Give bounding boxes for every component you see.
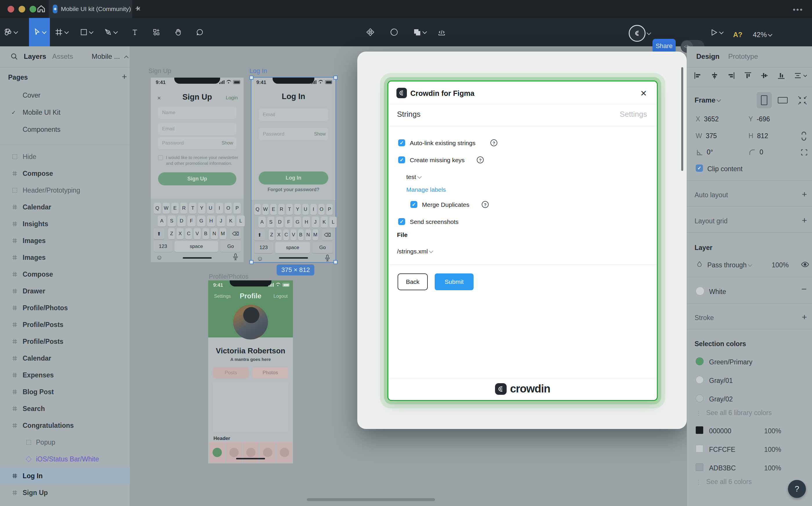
tab-strings[interactable]: Strings bbox=[397, 110, 420, 119]
layer-item-compose[interactable]: Compose bbox=[0, 266, 130, 283]
layer-item-ios-status-bar-white[interactable]: iOS/Status Bar/White bbox=[0, 451, 130, 468]
y-position-field[interactable]: Y -696 bbox=[748, 115, 770, 123]
distribute-menu-icon[interactable] bbox=[794, 71, 807, 80]
tab-design[interactable]: Design bbox=[696, 53, 720, 61]
width-field[interactable]: W 375 bbox=[696, 132, 717, 140]
hex-color-adb3bc[interactable]: ADB3BC100% bbox=[687, 459, 812, 477]
merge-duplicates-checkbox[interactable]: ✓ bbox=[410, 201, 417, 208]
add-stroke-button[interactable]: + bbox=[802, 312, 807, 322]
layer-item-profile-photos[interactable]: Profile/Photos bbox=[0, 300, 130, 316]
back-button[interactable]: Back bbox=[398, 273, 428, 290]
layer-item-blog-post[interactable]: Blog Post bbox=[0, 384, 130, 400]
align-v-center-icon[interactable] bbox=[760, 71, 769, 80]
clip-content-checkbox[interactable]: ✓ bbox=[696, 165, 703, 172]
frame-label-sign-up[interactable]: Sign Up bbox=[148, 67, 171, 75]
resize-to-fit-icon[interactable]: ↘↙↗↖ bbox=[797, 94, 808, 106]
tab-file-name[interactable]: Mobile ... bbox=[92, 53, 120, 61]
zoom-menu[interactable]: 42% bbox=[753, 31, 772, 39]
send-screenshots-checkbox[interactable]: ✓ bbox=[398, 218, 405, 225]
profile-photos-frame[interactable]: 9:41 Settings Profile Logout Victoriia R… bbox=[208, 280, 293, 463]
document-tab[interactable]: ✦ Mobile UI kit (Community) ✕ bbox=[49, 0, 132, 18]
figma-menu-button[interactable] bbox=[2, 18, 19, 46]
layer-item-congratulations[interactable]: Congratulations bbox=[0, 417, 130, 434]
hex-color-fcfcfe[interactable]: FCFCFE100% bbox=[687, 440, 812, 459]
add-page-button[interactable]: + bbox=[122, 72, 127, 82]
comment-tool-button[interactable] bbox=[191, 18, 208, 46]
present-button[interactable] bbox=[710, 28, 723, 36]
tab-settings[interactable]: Settings bbox=[620, 110, 647, 119]
frame-label-log-in[interactable]: Log In bbox=[250, 67, 267, 75]
corner-radius-field[interactable]: 0 bbox=[748, 148, 763, 156]
resources-tool-button[interactable] bbox=[148, 18, 165, 46]
constrain-proportions-icon[interactable] bbox=[800, 130, 808, 142]
page-item-mobile-ui-kit[interactable]: ✓Mobile UI Kit bbox=[0, 104, 130, 121]
fill-name[interactable]: White bbox=[709, 288, 726, 296]
fill-swatch[interactable] bbox=[696, 287, 704, 296]
selection-handle[interactable] bbox=[250, 76, 254, 80]
tab-assets[interactable]: Assets bbox=[52, 53, 73, 61]
align-top-icon[interactable] bbox=[744, 71, 752, 80]
account-menu[interactable] bbox=[629, 25, 651, 42]
remove-fill-button[interactable]: − bbox=[801, 284, 807, 294]
home-icon[interactable] bbox=[36, 4, 46, 14]
blend-mode-dropdown[interactable]: Pass through bbox=[707, 261, 752, 269]
autolink-checkbox[interactable]: ✓ bbox=[398, 139, 405, 146]
see-all-colors[interactable]: ⋮ See all 6 colors bbox=[696, 478, 752, 486]
align-bottom-icon[interactable] bbox=[777, 71, 786, 80]
boolean-ops-icon[interactable] bbox=[407, 18, 432, 46]
portrait-orientation-button[interactable] bbox=[757, 92, 772, 108]
opacity-field[interactable]: 100% bbox=[772, 261, 789, 269]
add-layout-grid-button[interactable]: + bbox=[802, 216, 807, 225]
layer-item-compose[interactable]: Compose bbox=[0, 165, 130, 182]
layer-item-expenses[interactable]: Expenses bbox=[0, 367, 130, 384]
layer-item-log-in[interactable]: Log In bbox=[0, 468, 130, 484]
label-dropdown[interactable]: test bbox=[406, 173, 421, 180]
create-keys-help-icon[interactable]: ? bbox=[477, 156, 484, 163]
hex-color-000000[interactable]: 000000100% bbox=[687, 422, 812, 440]
new-tab-button[interactable]: + bbox=[135, 3, 140, 13]
layer-item-profile-posts[interactable]: Profile/Posts bbox=[0, 333, 130, 350]
autolink-help-icon[interactable]: ? bbox=[490, 139, 497, 146]
layer-item-hide[interactable]: Hide bbox=[0, 148, 130, 165]
layer-item-calendar[interactable]: Calendar bbox=[0, 199, 130, 216]
page-item-components[interactable]: Components bbox=[0, 121, 130, 138]
visibility-eye-icon[interactable] bbox=[801, 260, 809, 269]
frame-label-profile-photos[interactable]: Profile/Photos bbox=[209, 273, 249, 280]
library-color-gray-02[interactable]: Gray/02 bbox=[687, 390, 812, 408]
dev-handoff-icon[interactable] bbox=[433, 18, 450, 46]
layer-item-header-prototyping[interactable]: Header/Prototyping bbox=[0, 182, 130, 199]
selection-handle[interactable] bbox=[334, 260, 338, 264]
layer-item-drawer[interactable]: Drawer bbox=[0, 283, 130, 300]
create-keys-checkbox[interactable]: ✓ bbox=[398, 156, 405, 163]
log-in-frame[interactable]: 9:41 Log In Email Password Show Log In F… bbox=[252, 78, 336, 262]
align-right-icon[interactable] bbox=[727, 71, 735, 80]
page-item-cover[interactable]: Cover bbox=[0, 87, 130, 104]
selection-handle[interactable] bbox=[334, 76, 338, 80]
layer-item-sign-up[interactable]: Sign Up bbox=[0, 484, 130, 501]
file-dropdown[interactable]: /strings.xml bbox=[397, 248, 433, 255]
submit-button[interactable]: Submit bbox=[435, 273, 474, 290]
layer-item-popup[interactable]: Popup bbox=[0, 434, 130, 451]
canvas-h-scrollbar[interactable] bbox=[307, 498, 435, 501]
tab-layers[interactable]: Layers bbox=[24, 53, 46, 61]
search-icon[interactable] bbox=[10, 52, 18, 61]
layer-item-images[interactable]: Images bbox=[0, 232, 130, 249]
merge-duplicates-help-icon[interactable]: ? bbox=[482, 201, 489, 208]
maximize-window-button[interactable] bbox=[29, 6, 36, 12]
close-window-button[interactable] bbox=[8, 6, 14, 12]
shape-tool-button[interactable] bbox=[78, 18, 94, 46]
library-color-gray-01[interactable]: Gray/01 bbox=[687, 371, 812, 390]
layer-item-profile-posts[interactable]: Profile/Posts bbox=[0, 316, 130, 333]
layer-item-calendar[interactable]: Calendar bbox=[0, 350, 130, 367]
plugin-v-scrollbar[interactable] bbox=[681, 67, 683, 171]
tab-prototype[interactable]: Prototype bbox=[728, 53, 758, 61]
layer-item-images[interactable]: Images bbox=[0, 249, 130, 266]
close-dialog-icon[interactable]: ✕ bbox=[640, 89, 647, 98]
align-h-center-icon[interactable] bbox=[710, 71, 719, 80]
independent-corners-icon[interactable] bbox=[800, 148, 808, 156]
collapse-sidebar-icon[interactable] bbox=[124, 56, 129, 60]
see-all-library-colors[interactable]: ⋮ See all 6 library colors bbox=[696, 409, 772, 417]
blend-mode-icon[interactable] bbox=[696, 261, 703, 268]
x-position-field[interactable]: X 3652 bbox=[696, 115, 719, 123]
move-tool-button[interactable] bbox=[29, 18, 50, 46]
